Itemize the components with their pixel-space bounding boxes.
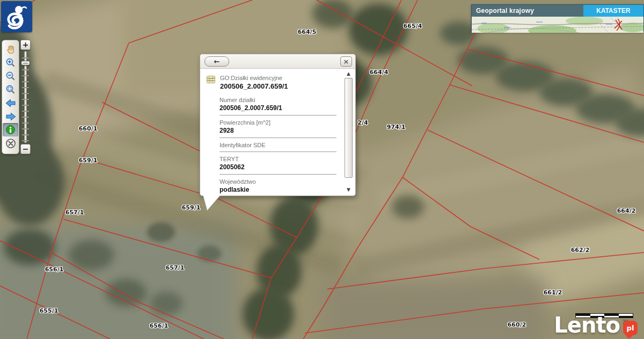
zoom-out-button[interactable] [3, 69, 18, 83]
feature-class: GO:Działki ewidencyjne [220, 75, 288, 81]
field-label: Powierzchnia [m^2] [219, 119, 336, 126]
zoom-box-icon [5, 84, 16, 95]
identify-button[interactable] [3, 123, 18, 136]
field-divider [219, 152, 336, 152]
field-divider [219, 138, 336, 138]
arrow-right-icon [5, 112, 16, 121]
clear-selection-icon [5, 138, 16, 149]
zoom-out-icon [5, 71, 16, 81]
feature-id: 200506_2.0007.659/1 [220, 82, 288, 90]
field-label: Numer działki [219, 97, 336, 103]
scroll-up-icon[interactable]: ▲ [345, 71, 352, 77]
watermark-pl-badge: pl [623, 321, 638, 335]
popup-body: GO:Działki ewidencyjne 200506_2.0007.659… [200, 69, 343, 196]
minimap-graphic [472, 17, 643, 33]
zoom-slider-ticks [22, 53, 29, 141]
popup-header: ← × [200, 54, 355, 69]
overview-title: Geoportal krajowy [472, 5, 583, 17]
map-toolbar [2, 40, 19, 154]
lento-watermark: Lento pl [554, 314, 638, 336]
close-icon[interactable]: × [340, 56, 352, 67]
scrollbar-thumb[interactable] [345, 78, 353, 178]
field-label: Identyfikator SDE [219, 142, 336, 148]
zoom-slider: + − [20, 40, 31, 154]
pan-hand-button[interactable] [3, 42, 18, 56]
zoom-slider-minus[interactable]: − [20, 144, 31, 154]
kataster-tab[interactable]: KATASTER [583, 5, 643, 17]
zoom-slider-handle[interactable] [21, 61, 30, 66]
field-divider [219, 115, 336, 116]
clear-selection-button[interactable] [3, 136, 18, 150]
identify-popup: ← × GO:Działki ewidencyjne 200506_2.0007… [200, 54, 356, 196]
back-button[interactable]: ← [204, 56, 229, 67]
layer-map-icon [207, 75, 215, 84]
watermark-suffix: pl [627, 324, 634, 332]
overview-panel: Geoportal krajowy KATASTER [471, 4, 644, 32]
arrow-left-icon [5, 99, 16, 107]
watermark-text: Lento [554, 314, 620, 336]
overview-minimap[interactable] [472, 17, 643, 33]
geoportal-app: 664/5665/4664/42/4974/1660/1659/1657/165… [0, 0, 644, 339]
scrollbar-grip [347, 128, 350, 131]
field-value: podlaskie [219, 186, 336, 193]
next-extent-button[interactable] [3, 110, 18, 123]
field-divider [219, 174, 336, 175]
zoom-slider-plus[interactable]: + [20, 40, 31, 50]
field-value: 200506_2.0007.659/1 [219, 104, 336, 112]
feature-header: GO:Działki ewidencyjne 200506_2.0007.659… [207, 75, 343, 90]
zoom-in-button[interactable] [3, 56, 18, 69]
field-label: TERYT [219, 156, 336, 162]
field-value: 2928 [219, 127, 336, 134]
overview-header: Geoportal krajowy KATASTER [472, 5, 643, 17]
scroll-down-icon[interactable]: ▼ [345, 187, 352, 193]
geoportal-g-icon [4, 4, 29, 30]
previous-extent-button[interactable] [3, 96, 18, 110]
info-icon [5, 125, 16, 135]
pan-hand-icon [6, 45, 16, 54]
geoportal-logo[interactable] [1, 1, 32, 32]
popup-scrollbar[interactable]: ▲ ▼ [344, 71, 353, 193]
zoom-box-button[interactable] [3, 83, 18, 96]
field-label: Województwo [219, 178, 336, 185]
zoom-in-icon [5, 57, 16, 68]
field-value: 2005062 [219, 163, 336, 171]
attribute-fields: Numer działki200506_2.0007.659/1Powierzc… [219, 97, 336, 196]
